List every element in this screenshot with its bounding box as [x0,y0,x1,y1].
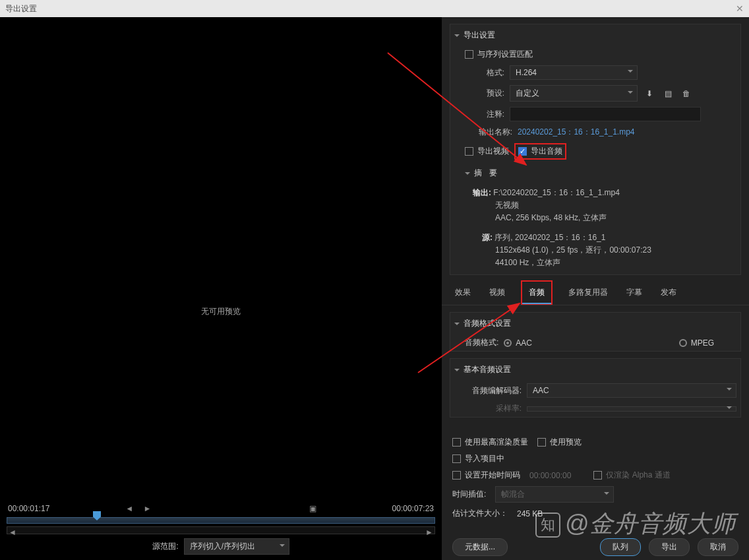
timecode-current[interactable]: 00:00:01:17 [8,504,49,513]
download-preset-icon[interactable]: ⬇ [643,87,656,100]
audio-format-aac-radio[interactable]: AAC [504,338,532,348]
import-project-checkbox[interactable]: 导入项目中 [452,453,504,464]
preset-dropdown[interactable]: 自定义 [510,85,638,102]
tab-publish[interactable]: 发布 [658,280,679,305]
source-range-dropdown[interactable]: 序列切入/序列切出 [184,538,289,555]
comment-label: 注释: [465,109,504,120]
use-preview-checkbox[interactable]: 使用预览 [537,437,582,448]
crop-icon[interactable]: ▣ [309,504,316,513]
chevron-down-icon[interactable] [454,369,460,374]
export-audio-highlight: 导出音频 [514,143,566,160]
summary-block: 输出: F:\20240202_15：16：16_1_1.mp4 无视频 AAC… [450,184,740,274]
export-settings-header: 导出设置 [464,30,495,41]
source-range-label: 源范围: [152,541,178,552]
audio-format-label: 音频格式: [465,337,498,348]
timecode-total: 00:00:07:23 [392,504,434,513]
timeline-scrollbar[interactable]: ◄ ► [7,526,435,534]
chevron-down-icon[interactable] [465,172,470,177]
audio-codec-dropdown[interactable]: AAC [527,383,736,398]
basic-audio-header: 基本音频设置 [464,364,511,375]
tab-captions[interactable]: 字幕 [624,280,645,305]
estimated-size-value: 245 KB [517,509,543,518]
timeline-bar[interactable] [7,517,435,524]
tab-video[interactable]: 视频 [487,280,508,305]
close-icon[interactable]: ✕ [736,3,744,14]
save-preset-icon[interactable]: ▤ [661,87,674,100]
time-interpolation-label: 时间插值: [452,489,486,500]
sample-rate-dropdown[interactable] [527,406,736,412]
output-name-label: 输出名称: [465,127,512,138]
no-preview-label: 无可用预览 [0,306,442,317]
comment-input[interactable] [510,107,701,121]
alpha-only-checkbox: 仅渲染 Alpha 通道 [593,470,670,481]
queue-button[interactable]: 队列 [600,538,641,556]
output-name-link[interactable]: 20240202_15：16：16_1_1.mp4 [518,127,634,138]
scroll-left-icon[interactable]: ◄ [9,528,16,537]
cancel-button[interactable]: 取消 [698,538,738,556]
fit-icon-2[interactable]: ► [144,504,152,513]
summary-header: 摘 要 [474,168,500,179]
match-sequence-checkbox[interactable]: 与序列设置匹配 [465,49,533,60]
chevron-down-icon[interactable] [454,323,460,328]
tab-multiplexer[interactable]: 多路复用器 [566,280,611,305]
scroll-right-icon[interactable]: ► [425,528,433,537]
estimated-size-label: 估计文件大小： [452,508,508,519]
audio-format-mpeg-radio[interactable]: MPEG [679,338,714,348]
preview-pane: 无可用预览 00:00:01:17 ◄ ► ▣ 00:00:07:23 ◄ ► … [0,17,442,560]
audio-format-header: 音频格式设置 [464,318,511,329]
max-quality-checkbox[interactable]: 使用最高渲染质量 [452,437,528,448]
export-video-checkbox[interactable]: 导出视频 [465,146,509,157]
chevron-down-icon[interactable] [454,34,460,40]
start-timecode-value: 00:00:00:00 [529,471,571,480]
start-timecode-checkbox[interactable]: 设置开始时间码 [452,470,520,481]
format-dropdown[interactable]: H.264 [510,65,638,80]
fit-icon[interactable]: ◄ [125,504,133,513]
time-interpolation-dropdown[interactable]: 帧混合 [495,486,614,503]
export-button[interactable]: 导出 [649,538,690,556]
tab-effects[interactable]: 效果 [452,280,473,305]
playhead-icon[interactable] [93,511,101,520]
sample-rate-label: 采样率: [465,403,522,414]
preset-label: 预设: [465,88,504,99]
render-options: 使用最高渲染质量 使用预览 导入项目中 设置开始时间码 00:00:00:00 … [442,427,749,532]
window-title: 导出设置 [5,3,37,15]
tab-bar: 效果 视频 音频 多路复用器 字幕 发布 [442,280,749,305]
format-label: 格式: [465,67,504,78]
tab-audio[interactable]: 音频 [521,280,553,305]
metadata-button[interactable]: 元数据... [452,538,508,556]
export-audio-checkbox[interactable]: 导出音频 [518,146,562,157]
audio-codec-label: 音频编解码器: [465,385,522,396]
delete-preset-icon[interactable]: 🗑 [680,87,693,100]
